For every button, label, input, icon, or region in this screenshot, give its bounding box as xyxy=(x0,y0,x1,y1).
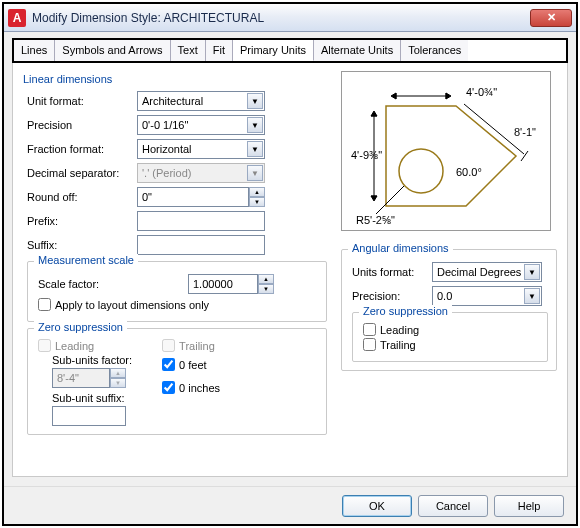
angular-group: Angular dimensions Units format: Decimal… xyxy=(341,249,557,371)
ok-button[interactable]: OK xyxy=(342,495,412,517)
help-label: Help xyxy=(518,500,541,512)
scale-factor-label: Scale factor: xyxy=(38,278,188,290)
window-title: Modify Dimension Style: ARCHITECTURAL xyxy=(32,11,264,25)
angular-precision-value: 0.0 xyxy=(437,290,452,302)
trailing-checkbox xyxy=(162,339,175,352)
decimal-separator-label: Decimal separator: xyxy=(27,167,137,179)
angular-zero-title: Zero suppression xyxy=(359,305,452,317)
fraction-format-value: Horizontal xyxy=(142,143,192,155)
roundoff-input[interactable] xyxy=(142,191,244,203)
preview-dim-top: 4'-0¾" xyxy=(466,86,497,98)
apply-layout-label: Apply to layout dimensions only xyxy=(55,299,209,311)
spin-up-icon[interactable]: ▲ xyxy=(249,187,265,197)
titlebar: A Modify Dimension Style: ARCHITECTURAL … xyxy=(4,4,576,32)
ofeet-checkbox[interactable] xyxy=(162,358,175,371)
angular-precision-label: Precision: xyxy=(352,290,432,302)
subunit-suffix-input[interactable] xyxy=(57,410,121,422)
decimal-separator-value: '.' (Period) xyxy=(142,167,191,179)
precision-combo[interactable]: 0'-0 1/16" ▼ xyxy=(137,115,265,135)
suffix-input[interactable] xyxy=(142,239,260,251)
tab-text[interactable]: Text xyxy=(171,40,206,61)
subunits-factor-input xyxy=(57,372,105,384)
tab-symbols-arrows[interactable]: Symbols and Arrows xyxy=(55,40,170,61)
subunit-suffix-label: Sub-unit suffix: xyxy=(52,392,132,404)
tab-alternate-units[interactable]: Alternate Units xyxy=(314,40,401,61)
suffix-label: Suffix: xyxy=(27,239,137,251)
angular-precision-combo[interactable]: 0.0 ▼ xyxy=(432,286,542,306)
angular-trailing-label: Trailing xyxy=(380,339,416,351)
ok-label: OK xyxy=(369,500,385,512)
subunits-factor-spinner: ▲▼ xyxy=(110,368,126,388)
preview-pane: 4'-0¾" 4'-9⅜" 8'-1" 60.0° R5'-2⅝" xyxy=(341,71,551,231)
prefix-input[interactable] xyxy=(142,215,260,227)
measurement-group: Measurement scale Scale factor: ▲▼ Apply… xyxy=(27,261,327,322)
zero-suppression-group: Zero suppression Leading Sub-units facto… xyxy=(27,328,327,435)
leading-checkbox xyxy=(38,339,51,352)
measurement-title: Measurement scale xyxy=(34,254,138,266)
angular-title: Angular dimensions xyxy=(348,242,453,254)
unit-format-label: Unit format: xyxy=(27,95,137,107)
roundoff-spinner[interactable]: ▲▼ xyxy=(249,187,265,207)
tab-lines[interactable]: Lines xyxy=(14,40,55,61)
preview-dim-right: 8'-1" xyxy=(514,126,536,138)
app-icon: A xyxy=(8,9,26,27)
chevron-down-icon: ▼ xyxy=(247,141,263,157)
unit-format-combo[interactable]: Architectural ▼ xyxy=(137,91,265,111)
dialog-footer: OK Cancel Help xyxy=(4,486,576,524)
angular-trailing-checkbox[interactable] xyxy=(363,338,376,351)
angular-units-combo[interactable]: Decimal Degrees ▼ xyxy=(432,262,542,282)
prefix-label: Prefix: xyxy=(27,215,137,227)
trailing-label: Trailing xyxy=(179,340,215,352)
precision-value: 0'-0 1/16" xyxy=(142,119,188,131)
chevron-down-icon: ▼ xyxy=(524,264,540,280)
angular-leading-checkbox[interactable] xyxy=(363,323,376,336)
spin-down-icon[interactable]: ▼ xyxy=(249,197,265,207)
zero-title: Zero suppression xyxy=(34,321,127,333)
preview-dim-radius: R5'-2⅝" xyxy=(356,214,395,226)
chevron-down-icon: ▼ xyxy=(247,165,263,181)
chevron-down-icon: ▼ xyxy=(247,117,263,133)
chevron-down-icon: ▼ xyxy=(247,93,263,109)
cancel-label: Cancel xyxy=(436,500,470,512)
close-button[interactable]: ✕ xyxy=(530,9,572,27)
ofeet-label: 0 feet xyxy=(179,359,207,371)
fraction-format-label: Fraction format: xyxy=(27,143,137,155)
tab-primary-units[interactable]: Primary Units xyxy=(233,40,314,61)
angular-units-value: Decimal Degrees xyxy=(437,266,521,278)
oinches-label: 0 inches xyxy=(179,382,220,394)
cancel-button[interactable]: Cancel xyxy=(418,495,488,517)
unit-format-value: Architectural xyxy=(142,95,203,107)
preview-dim-left: 4'-9⅜" xyxy=(351,149,382,161)
spin-up-icon: ▲ xyxy=(110,368,126,378)
fraction-format-combo[interactable]: Horizontal ▼ xyxy=(137,139,265,159)
angular-units-label: Units format: xyxy=(352,266,432,278)
subunits-factor-label: Sub-units factor: xyxy=(52,354,132,366)
apply-layout-checkbox[interactable] xyxy=(38,298,51,311)
angular-zero-group: Zero suppression Leading Trailing xyxy=(352,312,548,362)
spin-up-icon[interactable]: ▲ xyxy=(258,274,274,284)
tab-fit[interactable]: Fit xyxy=(206,40,233,61)
angular-leading-label: Leading xyxy=(380,324,419,336)
close-icon: ✕ xyxy=(547,11,556,24)
spin-down-icon[interactable]: ▼ xyxy=(258,284,274,294)
roundoff-label: Round off: xyxy=(27,191,137,203)
decimal-separator-combo: '.' (Period) ▼ xyxy=(137,163,265,183)
leading-label: Leading xyxy=(55,340,94,352)
help-button[interactable]: Help xyxy=(494,495,564,517)
scale-factor-input[interactable] xyxy=(193,278,253,290)
svg-point-0 xyxy=(399,149,443,193)
tabs-row: Lines Symbols and Arrows Text Fit Primar… xyxy=(12,38,568,63)
spin-down-icon: ▼ xyxy=(110,378,126,388)
tab-tolerances[interactable]: Tolerances xyxy=(401,40,468,61)
chevron-down-icon: ▼ xyxy=(524,288,540,304)
preview-dim-angle: 60.0° xyxy=(456,166,482,178)
scale-factor-spinner[interactable]: ▲▼ xyxy=(258,274,274,294)
linear-heading: Linear dimensions xyxy=(23,73,327,85)
oinches-checkbox[interactable] xyxy=(162,381,175,394)
precision-label: Precision xyxy=(27,119,137,131)
